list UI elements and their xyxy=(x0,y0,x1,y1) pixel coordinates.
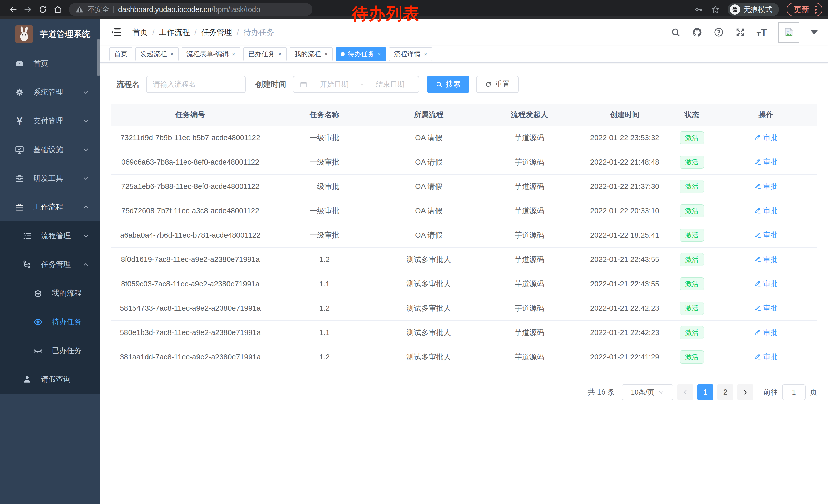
browser-back-button[interactable] xyxy=(6,2,20,17)
sidebar-item-infra[interactable]: 基础设施 xyxy=(0,135,100,164)
yen-icon: ¥ xyxy=(14,116,25,126)
approve-label: 审批 xyxy=(763,303,778,313)
tab-label: 已办任务 xyxy=(248,49,275,58)
sidebar-item-done-tasks[interactable]: 已办任务 xyxy=(0,336,100,365)
star-icon[interactable] xyxy=(711,5,720,14)
page-tab-5[interactable]: 待办任务× xyxy=(336,47,386,61)
approve-link[interactable]: 审批 xyxy=(754,279,778,289)
approve-link[interactable]: 审批 xyxy=(754,328,778,337)
approve-link[interactable]: 审批 xyxy=(754,133,778,142)
tab-close-icon[interactable]: × xyxy=(378,51,381,57)
cell-actions: 审批 xyxy=(715,247,817,272)
page-button-1[interactable]: 1 xyxy=(697,384,713,400)
security-label[interactable]: 不安全 xyxy=(88,5,109,14)
sidebar-item-system[interactable]: 系统管理 xyxy=(0,78,100,107)
edit-icon xyxy=(754,231,761,238)
sidebar-item-process-mgmt[interactable]: 流程管理 xyxy=(0,222,100,250)
sidebar-item-payment[interactable]: ¥ 支付管理 xyxy=(0,107,100,135)
page-size-select[interactable]: 10条/页 xyxy=(622,384,673,400)
browser-reload-button[interactable] xyxy=(35,2,50,17)
process-name-input[interactable]: 请输入流程名 xyxy=(146,76,246,93)
goto-page-input[interactable]: 1 xyxy=(782,384,806,400)
chevron-right-icon xyxy=(742,389,748,395)
update-label[interactable]: 更新 xyxy=(794,4,809,15)
approve-link[interactable]: 审批 xyxy=(754,157,778,167)
search-button[interactable]: 搜索 xyxy=(427,76,469,93)
sidebar-item-workflow[interactable]: 工作流程 xyxy=(0,193,100,222)
tab-close-icon[interactable]: × xyxy=(424,51,427,57)
cell-task-id: 725a1eb6-7b88-11ec-8ef0-acde48001122 xyxy=(111,174,270,199)
prev-page-button[interactable] xyxy=(677,384,693,400)
page-tab-4[interactable]: 我的流程× xyxy=(290,47,333,61)
approve-link[interactable]: 审批 xyxy=(754,352,778,362)
help-icon[interactable] xyxy=(714,27,724,37)
cell-actions: 审批 xyxy=(715,199,817,223)
page-buttons: 12 xyxy=(697,384,733,400)
approve-link[interactable]: 审批 xyxy=(754,303,778,313)
sidebar: 芋道管理系统 首页 系统管理 ¥ 支付管理 基础设施 xyxy=(0,19,100,504)
briefcase-icon xyxy=(14,202,25,212)
browser-update-button[interactable]: 更新 xyxy=(787,3,822,16)
sidebar-item-devtools[interactable]: 研发工具 xyxy=(0,164,100,193)
browser-home-button[interactable] xyxy=(50,2,65,17)
approve-link[interactable]: 审批 xyxy=(754,182,778,191)
cell-starter: 芋道源码 xyxy=(478,150,580,174)
cell-task-id: 73211d9d-7b9b-11ec-b5b7-acde48001122 xyxy=(111,126,270,150)
tabs-bar: 首页发起流程×流程表单-编辑×已办任务×我的流程×待办任务×流程详情× xyxy=(100,46,828,62)
process-name-label: 流程名 xyxy=(117,79,139,90)
approve-link[interactable]: 审批 xyxy=(754,230,778,240)
font-size-icon[interactable]: TT xyxy=(757,27,767,37)
page-button-2[interactable]: 2 xyxy=(717,384,733,400)
sidebar-logo[interactable]: 芋道管理系统 xyxy=(0,19,100,49)
tab-close-icon[interactable]: × xyxy=(278,51,282,57)
sidebar-item-leave-query[interactable]: 请假查询 xyxy=(0,365,100,394)
sidebar-item-home[interactable]: 首页 xyxy=(0,49,100,78)
page-tab-1[interactable]: 发起流程× xyxy=(135,47,178,61)
cell-status: 激活 xyxy=(669,174,715,199)
goto-label: 前往 xyxy=(763,387,778,397)
table-body: 73211d9d-7b9b-11ec-b5b7-acde48001122一级审批… xyxy=(111,126,817,369)
kebab-menu-icon[interactable] xyxy=(815,6,817,13)
sidebar-item-task-mgmt[interactable]: 任务管理 xyxy=(0,250,100,279)
approve-label: 审批 xyxy=(763,182,778,191)
approve-label: 审批 xyxy=(763,328,778,337)
cell-starter: 芋道源码 xyxy=(478,223,580,247)
browser-forward-button[interactable] xyxy=(20,2,35,17)
url-text[interactable]: dashboard.yudao.iocoder.cn/bpm/task/todo xyxy=(118,5,260,14)
approve-link[interactable]: 审批 xyxy=(754,255,778,264)
page-tab-6[interactable]: 流程详情× xyxy=(389,47,432,61)
avatar[interactable] xyxy=(778,22,799,43)
create-time-label: 创建时间 xyxy=(255,79,286,90)
page-tab-0[interactable]: 首页 xyxy=(109,47,132,61)
cell-task-name: 1.2 xyxy=(270,296,379,320)
page-tab-3[interactable]: 已办任务× xyxy=(243,47,287,61)
search-icon[interactable] xyxy=(670,27,681,37)
address-bar[interactable]: 不安全 dashboard.yudao.iocoder.cn/bpm/task/… xyxy=(69,3,313,16)
cell-process: 测试多审批人 xyxy=(379,296,479,320)
tab-close-icon[interactable]: × xyxy=(324,51,328,57)
sidebar-scrollbar[interactable] xyxy=(97,39,99,76)
key-icon[interactable] xyxy=(694,5,703,14)
tab-label: 待办任务 xyxy=(348,49,374,58)
next-page-button[interactable] xyxy=(738,384,753,400)
caret-down-icon[interactable] xyxy=(811,30,818,34)
goto-unit: 页 xyxy=(810,387,817,397)
edit-icon xyxy=(754,305,761,312)
sidebar-item-todo-tasks[interactable]: 待办任务 xyxy=(0,308,100,336)
breadcrumb-workflow[interactable]: 工作流程 xyxy=(159,27,190,38)
page-tab-2[interactable]: 流程表单-编辑× xyxy=(181,47,240,61)
cell-status: 激活 xyxy=(669,296,715,320)
date-range-picker[interactable]: 开始日期 - 结束日期 xyxy=(293,76,419,93)
breadcrumb-home[interactable]: 首页 xyxy=(132,27,148,38)
sidebar-item-my-process[interactable]: 我的流程 xyxy=(0,279,100,308)
reset-button[interactable]: 重置 xyxy=(476,76,519,93)
breadcrumb-task-mgmt[interactable]: 任务管理 xyxy=(201,27,232,38)
user-icon xyxy=(22,374,32,384)
github-icon[interactable] xyxy=(692,27,702,37)
approve-link[interactable]: 审批 xyxy=(754,206,778,216)
sidebar-collapse-button[interactable] xyxy=(110,27,122,38)
tab-close-icon[interactable]: × xyxy=(232,51,236,57)
fullscreen-icon[interactable] xyxy=(735,27,745,37)
tab-close-icon[interactable]: × xyxy=(170,51,174,57)
cell-task-name: 一级审批 xyxy=(270,174,379,199)
